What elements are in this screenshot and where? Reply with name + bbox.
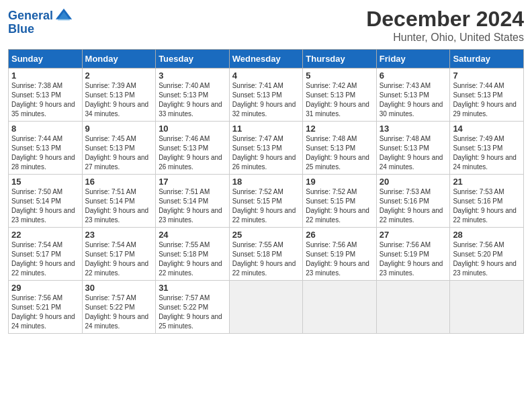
calendar-week-row: 1 Sunrise: 7:38 AM Sunset: 5:13 PM Dayli…: [9, 68, 524, 122]
day-info: Sunrise: 7:43 AM Sunset: 5:13 PM Dayligh…: [380, 81, 447, 119]
header-thursday: Thursday: [303, 50, 377, 68]
calendar-week-row: 8 Sunrise: 7:44 AM Sunset: 5:13 PM Dayli…: [9, 122, 524, 175]
day-number: 30: [85, 283, 153, 293]
calendar-week-row: 15 Sunrise: 7:50 AM Sunset: 5:14 PM Dayl…: [9, 175, 524, 228]
calendar-day: 18 Sunrise: 7:52 AM Sunset: 5:15 PM Dayl…: [229, 175, 303, 228]
calendar-day: 19 Sunrise: 7:52 AM Sunset: 5:15 PM Dayl…: [303, 175, 377, 228]
day-number: 20: [380, 177, 447, 187]
calendar-day: 4 Sunrise: 7:41 AM Sunset: 5:13 PM Dayli…: [229, 68, 303, 122]
day-number: 23: [85, 230, 153, 240]
calendar-day: 15 Sunrise: 7:50 AM Sunset: 5:14 PM Dayl…: [9, 175, 83, 228]
day-info: Sunrise: 7:52 AM Sunset: 5:15 PM Dayligh…: [232, 187, 300, 225]
header-tuesday: Tuesday: [156, 50, 230, 68]
calendar-day: 12 Sunrise: 7:48 AM Sunset: 5:13 PM Dayl…: [303, 122, 377, 175]
calendar-day: 10 Sunrise: 7:46 AM Sunset: 5:13 PM Dayl…: [156, 122, 230, 175]
day-info: Sunrise: 7:57 AM Sunset: 5:22 PM Dayligh…: [85, 293, 153, 331]
day-number: 24: [159, 230, 226, 240]
calendar-day: 8 Sunrise: 7:44 AM Sunset: 5:13 PM Dayli…: [9, 122, 83, 175]
calendar-table: Sunday Monday Tuesday Wednesday Thursday…: [8, 49, 524, 334]
day-info: Sunrise: 7:42 AM Sunset: 5:13 PM Dayligh…: [306, 81, 373, 119]
day-number: 12: [306, 124, 373, 134]
day-info: Sunrise: 7:45 AM Sunset: 5:13 PM Dayligh…: [85, 134, 153, 172]
day-number: 15: [11, 177, 79, 187]
logo-text: General: [8, 9, 53, 23]
calendar-day: 28 Sunrise: 7:56 AM Sunset: 5:20 PM Dayl…: [450, 228, 524, 281]
calendar-day: 3 Sunrise: 7:40 AM Sunset: 5:13 PM Dayli…: [156, 68, 230, 122]
day-info: Sunrise: 7:56 AM Sunset: 5:19 PM Dayligh…: [380, 240, 447, 278]
day-number: 3: [159, 71, 226, 81]
calendar-day: 31 Sunrise: 7:57 AM Sunset: 5:22 PM Dayl…: [156, 281, 230, 334]
calendar-day: 5 Sunrise: 7:42 AM Sunset: 5:13 PM Dayli…: [303, 68, 377, 122]
day-info: Sunrise: 7:47 AM Sunset: 5:13 PM Dayligh…: [232, 134, 300, 172]
day-number: 14: [453, 124, 521, 134]
calendar-container: General Blue December 2024 Hunter, Ohio,…: [0, 0, 532, 340]
header-monday: Monday: [82, 50, 156, 68]
day-info: Sunrise: 7:49 AM Sunset: 5:13 PM Dayligh…: [453, 134, 521, 172]
title-block: December 2024 Hunter, Ohio, United State…: [366, 7, 524, 44]
day-number: 2: [85, 71, 153, 81]
day-number: 9: [85, 124, 153, 134]
calendar-day: 9 Sunrise: 7:45 AM Sunset: 5:13 PM Dayli…: [82, 122, 156, 175]
day-number: 25: [232, 230, 300, 240]
header: General Blue December 2024 Hunter, Ohio,…: [8, 7, 524, 44]
day-info: Sunrise: 7:55 AM Sunset: 5:18 PM Dayligh…: [159, 240, 226, 278]
calendar-week-row: 29 Sunrise: 7:56 AM Sunset: 5:21 PM Dayl…: [9, 281, 524, 334]
day-number: 4: [232, 71, 300, 81]
calendar-day: 30 Sunrise: 7:57 AM Sunset: 5:22 PM Dayl…: [82, 281, 156, 334]
day-number: 18: [232, 177, 300, 187]
logo: General Blue: [8, 7, 73, 36]
logo-icon: [54, 7, 73, 26]
calendar-day: 17 Sunrise: 7:51 AM Sunset: 5:14 PM Dayl…: [156, 175, 230, 228]
calendar-day: 16 Sunrise: 7:51 AM Sunset: 5:14 PM Dayl…: [82, 175, 156, 228]
calendar-day: 2 Sunrise: 7:39 AM Sunset: 5:13 PM Dayli…: [82, 68, 156, 122]
day-number: 5: [306, 71, 373, 81]
calendar-day: 22 Sunrise: 7:54 AM Sunset: 5:17 PM Dayl…: [9, 228, 83, 281]
day-number: 10: [159, 124, 226, 134]
day-number: 8: [11, 124, 79, 134]
calendar-day: [229, 281, 303, 334]
calendar-day: 7 Sunrise: 7:44 AM Sunset: 5:13 PM Dayli…: [450, 68, 524, 122]
day-number: 11: [232, 124, 300, 134]
day-number: 1: [11, 71, 79, 81]
calendar-day: 26 Sunrise: 7:56 AM Sunset: 5:19 PM Dayl…: [303, 228, 377, 281]
day-number: 6: [380, 71, 447, 81]
calendar-day: 25 Sunrise: 7:55 AM Sunset: 5:18 PM Dayl…: [229, 228, 303, 281]
day-info: Sunrise: 7:53 AM Sunset: 5:16 PM Dayligh…: [380, 187, 447, 225]
calendar-day: [450, 281, 524, 334]
day-info: Sunrise: 7:54 AM Sunset: 5:17 PM Dayligh…: [11, 240, 79, 278]
day-number: 17: [159, 177, 226, 187]
calendar-day: [376, 281, 450, 334]
day-number: 27: [380, 230, 447, 240]
calendar-day: 13 Sunrise: 7:48 AM Sunset: 5:13 PM Dayl…: [376, 122, 450, 175]
day-info: Sunrise: 7:38 AM Sunset: 5:13 PM Dayligh…: [11, 81, 79, 119]
month-title: December 2024: [366, 7, 524, 32]
day-info: Sunrise: 7:40 AM Sunset: 5:13 PM Dayligh…: [159, 81, 226, 119]
calendar-header-row: Sunday Monday Tuesday Wednesday Thursday…: [9, 50, 524, 68]
day-number: 13: [380, 124, 447, 134]
day-info: Sunrise: 7:41 AM Sunset: 5:13 PM Dayligh…: [232, 81, 300, 119]
day-info: Sunrise: 7:56 AM Sunset: 5:21 PM Dayligh…: [11, 293, 79, 331]
header-saturday: Saturday: [450, 50, 524, 68]
day-number: 26: [306, 230, 373, 240]
calendar-day: 27 Sunrise: 7:56 AM Sunset: 5:19 PM Dayl…: [376, 228, 450, 281]
calendar-day: 23 Sunrise: 7:54 AM Sunset: 5:17 PM Dayl…: [82, 228, 156, 281]
calendar-day: 11 Sunrise: 7:47 AM Sunset: 5:13 PM Dayl…: [229, 122, 303, 175]
header-sunday: Sunday: [9, 50, 83, 68]
day-number: 21: [453, 177, 521, 187]
calendar-week-row: 22 Sunrise: 7:54 AM Sunset: 5:17 PM Dayl…: [9, 228, 524, 281]
day-info: Sunrise: 7:46 AM Sunset: 5:13 PM Dayligh…: [159, 134, 226, 172]
day-number: 31: [159, 283, 226, 293]
day-number: 22: [11, 230, 79, 240]
calendar-day: [303, 281, 377, 334]
day-info: Sunrise: 7:57 AM Sunset: 5:22 PM Dayligh…: [159, 293, 226, 331]
day-info: Sunrise: 7:44 AM Sunset: 5:13 PM Dayligh…: [453, 81, 521, 119]
day-info: Sunrise: 7:39 AM Sunset: 5:13 PM Dayligh…: [85, 81, 153, 119]
calendar-day: 29 Sunrise: 7:56 AM Sunset: 5:21 PM Dayl…: [9, 281, 83, 334]
day-number: 7: [453, 71, 521, 81]
calendar-day: 21 Sunrise: 7:53 AM Sunset: 5:16 PM Dayl…: [450, 175, 524, 228]
day-number: 16: [85, 177, 153, 187]
header-friday: Friday: [376, 50, 450, 68]
day-number: 28: [453, 230, 521, 240]
day-number: 19: [306, 177, 373, 187]
day-info: Sunrise: 7:44 AM Sunset: 5:13 PM Dayligh…: [11, 134, 79, 172]
